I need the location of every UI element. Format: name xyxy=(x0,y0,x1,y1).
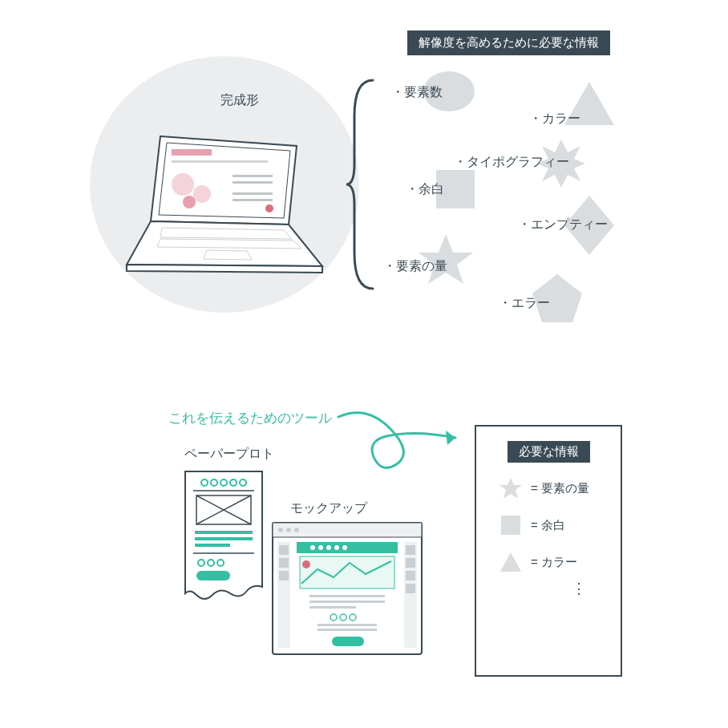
svg-point-40 xyxy=(294,528,299,532)
paper-proto-icon xyxy=(172,467,277,611)
necessary-info-header: 解像度を高めるために必要な情報 xyxy=(407,30,610,55)
svg-rect-45 xyxy=(404,542,417,648)
svg-point-53 xyxy=(326,545,331,550)
svg-rect-8 xyxy=(233,192,273,195)
mockup-label: モックアップ xyxy=(290,500,367,517)
svg-rect-29 xyxy=(195,537,253,540)
svg-rect-41 xyxy=(277,542,290,648)
paper-proto-label: ペーパープロト xyxy=(184,446,274,463)
legend-row-amount: = 要素の量 xyxy=(499,477,621,499)
svg-rect-35 xyxy=(196,571,230,580)
swirl-arrow-icon xyxy=(335,406,463,478)
svg-point-3 xyxy=(172,173,194,196)
svg-rect-28 xyxy=(195,531,253,534)
mockup-icon xyxy=(271,521,423,657)
svg-rect-64 xyxy=(317,624,377,626)
svg-point-51 xyxy=(310,545,315,550)
legend-amount-label: = 要素の量 xyxy=(531,481,589,496)
svg-point-4 xyxy=(193,185,211,203)
svg-rect-46 xyxy=(406,545,415,555)
svg-rect-9 xyxy=(233,199,273,201)
curly-brace-icon xyxy=(345,76,385,293)
svg-rect-2 xyxy=(172,160,268,163)
info-box-title: 必要な情報 xyxy=(508,441,590,463)
svg-marker-18 xyxy=(446,431,455,445)
legend-margin-label: = 余白 xyxy=(531,518,565,533)
svg-point-10 xyxy=(265,204,273,212)
svg-rect-7 xyxy=(233,181,273,184)
legend-color-label: = カラー xyxy=(531,555,577,570)
svg-rect-59 xyxy=(309,601,385,603)
completed-label: 完成形 xyxy=(220,92,259,109)
svg-rect-6 xyxy=(233,175,273,177)
item-margin: ・余白 xyxy=(406,181,444,198)
svg-rect-68 xyxy=(501,516,520,535)
svg-rect-1 xyxy=(172,149,212,156)
svg-rect-65 xyxy=(317,629,377,631)
svg-rect-30 xyxy=(195,544,230,547)
item-elements-amount: ・要素の量 xyxy=(383,258,447,275)
svg-point-5 xyxy=(183,196,196,208)
svg-rect-49 xyxy=(406,584,415,593)
info-box: 必要な情報 = 要素の量 = 余白 = カラー ⋮ xyxy=(475,425,622,677)
svg-marker-69 xyxy=(500,552,521,572)
star-legend-icon xyxy=(499,477,523,499)
svg-point-52 xyxy=(318,545,323,550)
svg-rect-58 xyxy=(309,595,385,597)
triangle-legend-icon xyxy=(499,551,523,573)
svg-rect-47 xyxy=(406,558,415,568)
svg-rect-42 xyxy=(279,545,289,555)
item-empty: ・エンプティー xyxy=(518,216,608,233)
item-elements-count: ・要素数 xyxy=(391,84,443,101)
svg-rect-43 xyxy=(279,558,289,568)
svg-rect-44 xyxy=(279,571,289,580)
legend-row-margin: = 余白 xyxy=(499,514,621,536)
svg-rect-48 xyxy=(406,571,415,580)
svg-point-38 xyxy=(278,528,283,532)
svg-point-39 xyxy=(286,528,291,532)
svg-rect-66 xyxy=(332,637,364,646)
svg-rect-60 xyxy=(309,606,356,609)
laptop-icon xyxy=(112,128,337,281)
svg-point-57 xyxy=(302,560,310,568)
square-legend-icon xyxy=(499,514,523,536)
svg-point-55 xyxy=(342,545,347,550)
item-color: ・カラー xyxy=(529,111,580,127)
svg-point-54 xyxy=(334,545,339,550)
tool-caption: これを伝えるためのツール xyxy=(168,409,332,427)
legend-row-color: = カラー xyxy=(499,551,621,573)
item-error: ・エラー xyxy=(499,295,550,312)
svg-marker-67 xyxy=(499,478,522,499)
legend-ellipsis: ⋮ xyxy=(539,580,621,597)
